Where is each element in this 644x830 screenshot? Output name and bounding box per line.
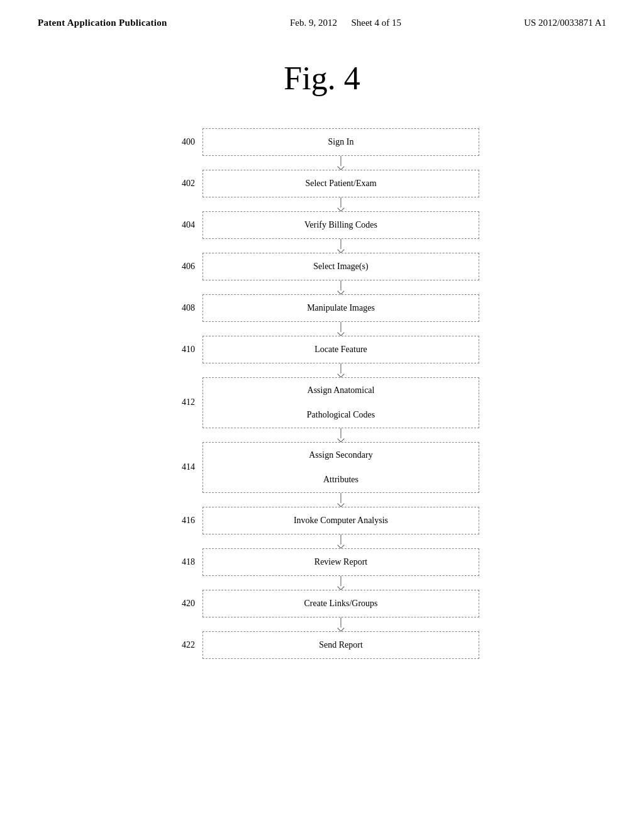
flow-connector bbox=[165, 363, 479, 377]
step-box-408: Manipulate Images bbox=[203, 294, 479, 322]
step-id-label: 400 bbox=[165, 137, 203, 147]
step-id-label: 420 bbox=[165, 599, 203, 609]
arrow-line bbox=[203, 322, 479, 336]
flow-step-row: 414Assign SecondaryAttributes bbox=[165, 442, 479, 493]
flow-connector bbox=[165, 493, 479, 507]
arrow-line bbox=[203, 493, 479, 507]
arrow-line bbox=[203, 280, 479, 294]
step-id-label: 422 bbox=[165, 640, 203, 650]
flow-step-row: 410Locate Feature bbox=[165, 336, 479, 363]
sheet-label: Sheet 4 of 15 bbox=[351, 18, 401, 28]
arrow-line bbox=[203, 617, 479, 631]
arrow-line bbox=[203, 239, 479, 253]
step-box-418: Review Report bbox=[203, 548, 479, 576]
flow-step-row: 408Manipulate Images bbox=[165, 294, 479, 322]
figure-title: Fig. 4 bbox=[0, 60, 644, 97]
step-id-label: 410 bbox=[165, 345, 203, 355]
arrow-line bbox=[203, 156, 479, 170]
flowchart: 400Sign In402Select Patient/Exam404Verif… bbox=[0, 128, 644, 697]
flow-connector bbox=[165, 617, 479, 631]
step-box-420: Create Links/Groups bbox=[203, 590, 479, 617]
flow-step-row: 404Verify Billing Codes bbox=[165, 211, 479, 239]
patent-number: US 2012/0033871 A1 bbox=[524, 18, 606, 28]
arrow-line bbox=[203, 197, 479, 211]
step-id-label: 414 bbox=[165, 462, 203, 472]
flow-connector bbox=[165, 322, 479, 336]
step-id-label: 402 bbox=[165, 179, 203, 189]
flow-step-row: 418Review Report bbox=[165, 548, 479, 576]
step-id-label: 416 bbox=[165, 516, 203, 526]
step-id-label: 408 bbox=[165, 303, 203, 313]
flow-connector bbox=[165, 428, 479, 442]
step-box-412: Assign AnatomicalPathological Codes bbox=[203, 377, 479, 428]
step-box-416: Invoke Computer Analysis bbox=[203, 507, 479, 534]
publication-label: Patent Application Publication bbox=[38, 18, 167, 28]
flow-connector bbox=[165, 534, 479, 548]
arrow-line bbox=[203, 428, 479, 442]
arrow-line bbox=[203, 576, 479, 590]
step-box-402: Select Patient/Exam bbox=[203, 170, 479, 197]
step-box-414: Assign SecondaryAttributes bbox=[203, 442, 479, 493]
step-id-label: 412 bbox=[165, 397, 203, 407]
step-id-label: 418 bbox=[165, 557, 203, 567]
date-sheet-info: Feb. 9, 2012 Sheet 4 of 15 bbox=[290, 18, 401, 28]
flow-connector bbox=[165, 576, 479, 590]
step-box-410: Locate Feature bbox=[203, 336, 479, 363]
step-box-422: Send Report bbox=[203, 631, 479, 659]
flow-step-row: 412Assign AnatomicalPathological Codes bbox=[165, 377, 479, 428]
flow-connector bbox=[165, 239, 479, 253]
step-box-404: Verify Billing Codes bbox=[203, 211, 479, 239]
step-id-label: 404 bbox=[165, 220, 203, 230]
flow-step-row: 422Send Report bbox=[165, 631, 479, 659]
arrow-line bbox=[203, 534, 479, 548]
step-id-label: 406 bbox=[165, 262, 203, 272]
flow-step-row: 400Sign In bbox=[165, 128, 479, 156]
step-box-400: Sign In bbox=[203, 128, 479, 156]
flow-step-row: 402Select Patient/Exam bbox=[165, 170, 479, 197]
date-label: Feb. 9, 2012 bbox=[290, 18, 337, 28]
flow-connector bbox=[165, 156, 479, 170]
flow-connector bbox=[165, 280, 479, 294]
arrow-line bbox=[203, 363, 479, 377]
flow-step-row: 406Select Image(s) bbox=[165, 253, 479, 280]
step-box-406: Select Image(s) bbox=[203, 253, 479, 280]
flow-step-row: 416Invoke Computer Analysis bbox=[165, 507, 479, 534]
flow-connector bbox=[165, 197, 479, 211]
flow-step-row: 420Create Links/Groups bbox=[165, 590, 479, 617]
page-header: Patent Application Publication Feb. 9, 2… bbox=[0, 0, 644, 35]
